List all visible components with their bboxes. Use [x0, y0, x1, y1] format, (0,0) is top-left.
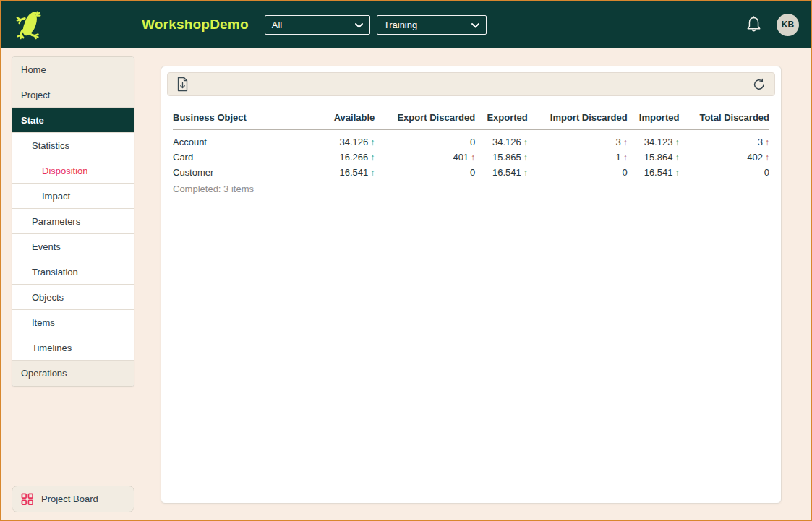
column-header-import-discarded: Import Discarded: [528, 103, 628, 130]
cell-value: 3↑: [528, 130, 628, 150]
cell-business-object: Account: [173, 130, 322, 150]
trend-up-arrow-icon: ↑: [675, 168, 679, 178]
refresh-icon[interactable]: [751, 77, 767, 92]
sidebar-item-disposition[interactable]: Disposition: [12, 158, 134, 184]
trend-up-arrow-icon: ↑: [471, 152, 475, 163]
column-header-imported: Imported: [628, 103, 680, 130]
table-header-row: Business ObjectAvailableExport Discarded…: [173, 103, 769, 130]
trend-up-arrow-icon: ↑: [370, 152, 375, 163]
content-card: Business ObjectAvailableExport Discarded…: [161, 66, 782, 504]
table-row-card: Card16.266↑401↑15.865↑1↑15.864↑402↑: [173, 150, 769, 165]
completed-status: Completed: 3 items: [161, 180, 781, 198]
cell-value: 0: [528, 165, 628, 180]
table-wrap: Business ObjectAvailableExport Discarded…: [161, 102, 781, 180]
column-header-exported: Exported: [475, 103, 528, 130]
project-filter-value: All: [272, 20, 282, 30]
project-board-button[interactable]: Project Board: [12, 486, 134, 512]
column-header-business-object: Business Object: [173, 103, 322, 130]
cell-value: 402↑: [679, 150, 769, 165]
project-filter-select[interactable]: All: [265, 15, 370, 35]
sidebar-item-statistics[interactable]: Statistics: [12, 133, 134, 158]
sidebar-item-events[interactable]: Events: [12, 234, 134, 259]
cell-value: 0: [679, 165, 769, 180]
cell-value: 15.865↑: [475, 150, 528, 165]
top-bar: WorkshopDemo All Training KB: [1, 1, 811, 48]
table-row-customer: Customer16.541↑016.541↑016.541↑0: [173, 165, 769, 180]
environment-filter-value: Training: [384, 20, 417, 30]
trend-up-arrow-icon: ↑: [675, 152, 679, 163]
cell-value: 34.126↑: [475, 130, 528, 150]
column-header-available: Available: [322, 103, 375, 130]
sidebar-item-project[interactable]: Project: [12, 82, 134, 108]
sidebar-item-state[interactable]: State: [12, 108, 134, 133]
cell-value: 16.541↑: [475, 165, 528, 180]
trend-up-arrow-icon: ↑: [765, 137, 769, 147]
avatar[interactable]: KB: [777, 14, 799, 36]
trend-up-arrow-icon: ↑: [370, 137, 375, 147]
sidebar-nav: HomeProjectStateStatisticsDispositionImp…: [12, 56, 134, 387]
cell-value: 1↑: [528, 150, 628, 165]
frog-logo: [1, 7, 58, 43]
sidebar-item-home[interactable]: Home: [12, 57, 134, 82]
disposition-table: Business ObjectAvailableExport Discarded…: [173, 103, 769, 180]
project-board-label: Project Board: [41, 494, 98, 504]
cell-value: 34.126↑: [322, 130, 375, 150]
sidebar-item-items[interactable]: Items: [12, 310, 134, 335]
grid-icon: [21, 493, 34, 506]
trend-up-arrow-icon: ↑: [623, 152, 628, 163]
sidebar-item-translation[interactable]: Translation: [12, 259, 134, 285]
trend-up-arrow-icon: ↑: [523, 152, 528, 163]
sidebar-item-objects[interactable]: Objects: [12, 285, 134, 310]
app-title: WorkshopDemo: [142, 17, 249, 33]
sidebar-item-operations[interactable]: Operations: [12, 361, 134, 386]
cell-value: 16.541↑: [628, 165, 680, 180]
cell-value: 401↑: [375, 150, 475, 165]
notification-bell-icon[interactable]: [744, 14, 764, 35]
chevron-down-icon: [471, 20, 479, 30]
cell-business-object: Card: [173, 150, 322, 165]
column-header-export-discarded: Export Discarded: [375, 103, 475, 130]
cell-value: 16.541↑: [322, 165, 375, 180]
trend-up-arrow-icon: ↑: [370, 168, 375, 178]
body-area: HomeProjectStateStatisticsDispositionImp…: [1, 48, 811, 520]
environment-filter-select[interactable]: Training: [377, 15, 487, 35]
cell-value: 15.864↑: [628, 150, 680, 165]
toolbar: [167, 72, 775, 96]
chevron-down-icon: [355, 20, 363, 30]
cell-value: 0: [375, 165, 475, 180]
cell-value: 34.123↑: [628, 130, 680, 150]
table-row-account: Account34.126↑034.126↑3↑34.123↑3↑: [173, 130, 769, 150]
trend-up-arrow-icon: ↑: [765, 152, 769, 163]
sidebar-item-timelines[interactable]: Timelines: [12, 335, 134, 361]
cell-value: 3↑: [679, 130, 769, 150]
trend-up-arrow-icon: ↑: [623, 137, 628, 147]
trend-up-arrow-icon: ↑: [523, 137, 528, 147]
sidebar-item-impact[interactable]: Impact: [12, 184, 134, 209]
cell-business-object: Customer: [173, 165, 322, 180]
column-header-total-discarded: Total Discarded: [679, 103, 769, 130]
trend-up-arrow-icon: ↑: [523, 168, 528, 178]
app-window: WorkshopDemo All Training KB HomeProject…: [0, 0, 812, 521]
cell-value: 0: [375, 130, 475, 150]
sidebar-item-parameters[interactable]: Parameters: [12, 209, 134, 234]
cell-value: 16.266↑: [322, 150, 375, 165]
trend-up-arrow-icon: ↑: [675, 137, 679, 147]
file-download-icon[interactable]: [175, 75, 190, 93]
